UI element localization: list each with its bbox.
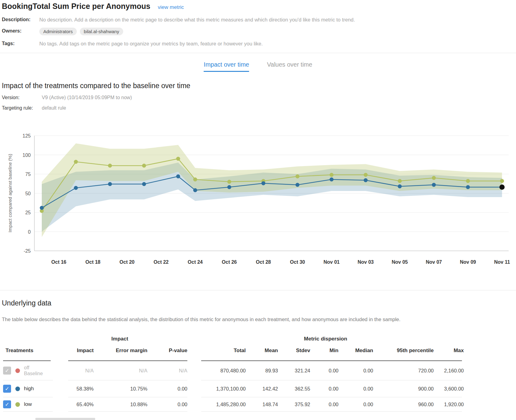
row-divider [3, 380, 516, 380]
cell-impact: 58.38% [52, 386, 94, 392]
svg-text:Nov 01: Nov 01 [323, 259, 340, 265]
owner-chip: Administrators [39, 28, 77, 35]
description-value: No description. Add a description on the… [39, 16, 355, 23]
cell-total: 870,480.00 [187, 368, 246, 374]
cell-max: 2,160.00 [434, 368, 464, 374]
cell-impact: N/A [52, 368, 94, 374]
cell-min: 0.00 [310, 402, 338, 407]
scrollbar-thumb[interactable] [35, 418, 95, 420]
cell-stdev: 321.24 [278, 368, 310, 374]
cell-max: 3,600.00 [434, 386, 464, 392]
cell-p-value: 0.00 [147, 402, 187, 407]
cell-95th-percentile: 960.00 [373, 402, 434, 407]
underlying-data-intro: The table below describes the data behin… [0, 317, 516, 322]
col-p-value: P-value [147, 348, 187, 354]
svg-text:Oct 22: Oct 22 [154, 259, 169, 265]
cell-mean: 142.42 [246, 386, 278, 392]
targeting-rule-row: Targeting rule: default rule [0, 105, 516, 111]
cell-total: 1,370,100.00 [187, 386, 246, 392]
page-title: BookingTotal Sum Price per Anonymous [2, 2, 150, 10]
col-impact: Impact [52, 348, 94, 354]
cell-median: 0.00 [338, 386, 373, 392]
svg-text:0: 0 [28, 229, 31, 235]
cell-min: 0.00 [310, 386, 338, 392]
version-value: V9 (Active) (10/14/2019 05:09PM to now) [42, 95, 132, 100]
metric-dispersion-group-header: Metric dispersion [187, 336, 464, 342]
impact-section-title: Impact of the treatments compared to the… [0, 82, 516, 90]
header-underlines [3, 360, 516, 361]
treatment-color-dot-low [15, 402, 20, 407]
col-total: Total [187, 348, 246, 354]
targeting-rule-label: Targeting rule: [2, 105, 42, 111]
svg-text:75: 75 [25, 172, 31, 177]
col-95th-percentile: 95th percentile [373, 348, 434, 354]
tags-value: No tags. Add tags on the metric page to … [39, 40, 263, 47]
cell-min: 0.00 [310, 368, 338, 374]
impact-chart-svg[interactable]: 1251007550250-25Impact compared against … [0, 128, 516, 269]
svg-text:Nov 03: Nov 03 [358, 259, 374, 265]
tags-row: Tags: No tags. Add tags on the metric pa… [0, 40, 516, 47]
cell-error-margin: 10.88% [94, 402, 147, 407]
tab-values-over-time[interactable]: Values over time [267, 61, 312, 72]
checkbox-check-icon: ✓ [5, 386, 9, 391]
col-error-margin: Error margin [94, 348, 147, 354]
description-row: Description: No description. Add a descr… [0, 16, 516, 23]
view-tabs: Impact over time Values over time [0, 61, 516, 72]
svg-text:25: 25 [25, 210, 31, 215]
table-row-off: ✓ offBaseline N/A N/A N/A 870,480.00 89.… [3, 361, 516, 380]
cell-error-margin: 10.75% [94, 386, 147, 392]
cell-stdev: 362.55 [278, 386, 310, 392]
col-max: Max [434, 348, 464, 354]
cell-error-margin: N/A [94, 368, 147, 374]
underlying-data-table: Impact Metric dispersion Treatments Impa… [0, 335, 516, 412]
svg-text:100: 100 [22, 153, 31, 158]
x-axis-labels: Oct 16Oct 18Oct 20Oct 22Oct 24Oct 26Oct … [51, 259, 510, 265]
svg-text:Nov 07: Nov 07 [426, 259, 442, 265]
svg-text:Oct 28: Oct 28 [256, 259, 271, 265]
page-header: BookingTotal Sum Price per Anonymous vie… [0, 0, 516, 11]
cell-95th-percentile: 720.00 [373, 368, 434, 374]
col-mean: Mean [246, 348, 278, 354]
checkbox-check-icon: ✓ [5, 368, 9, 373]
cell-total: 1,485,280.00 [187, 402, 246, 407]
cell-mean: 148.74 [246, 402, 278, 407]
svg-text:50: 50 [25, 191, 31, 196]
checkbox-check-icon: ✓ [5, 402, 9, 407]
owners-row: Owners: Administrators bilal.al-shahwany [0, 28, 516, 35]
view-metric-link[interactable]: view metric [158, 4, 184, 10]
metric-impact-page: BookingTotal Sum Price per Anonymous vie… [0, 0, 516, 420]
tab-impact-over-time[interactable]: Impact over time [204, 61, 249, 72]
svg-text:125: 125 [22, 133, 31, 138]
treatment-color-dot-high [15, 387, 20, 391]
svg-text:-25: -25 [24, 248, 31, 254]
cell-median: 0.00 [338, 368, 373, 374]
cell-median: 0.00 [338, 402, 373, 407]
svg-text:Oct 30: Oct 30 [290, 259, 305, 265]
svg-text:Oct 20: Oct 20 [119, 259, 135, 265]
treatment-checkbox-off[interactable]: ✓ [3, 367, 11, 375]
y-axis-label: Impact compared against baseline (%) [7, 154, 13, 232]
col-stdev: Stdev [278, 348, 310, 354]
impact-group-header: Impact [52, 336, 187, 342]
col-median: Median [338, 348, 373, 354]
version-row: Version: V9 (Active) (10/14/2019 05:09PM… [0, 95, 516, 100]
svg-text:Nov 09: Nov 09 [460, 259, 476, 265]
metric-meta: Description: No description. Add a descr… [0, 16, 516, 47]
row-divider [3, 397, 516, 397]
svg-text:Nov 05: Nov 05 [392, 259, 408, 265]
table-row-high: ✓ high 58.38% 10.75% 0.00 1,370,100.00 1… [3, 380, 516, 397]
table-group-headers: Impact Metric dispersion [3, 335, 516, 343]
cell-mean: 89.93 [246, 368, 278, 374]
svg-text:Oct 24: Oct 24 [188, 259, 203, 265]
treatment-checkbox-low[interactable]: ✓ [3, 400, 11, 408]
current-point-marker [499, 185, 505, 190]
table-column-headers: Treatments Impact Error margin P-value T… [3, 347, 516, 354]
section-divider [0, 290, 516, 290]
treatment-label-high: high [24, 386, 34, 392]
owners-label: Owners: [2, 28, 39, 34]
treatment-checkbox-high[interactable]: ✓ [3, 385, 11, 393]
impact-over-time-chart[interactable]: 1251007550250-25Impact compared against … [0, 128, 516, 270]
row-divider [3, 411, 516, 412]
targeting-rule-value: default rule [42, 105, 66, 111]
cell-max: 1,920.00 [434, 402, 464, 407]
